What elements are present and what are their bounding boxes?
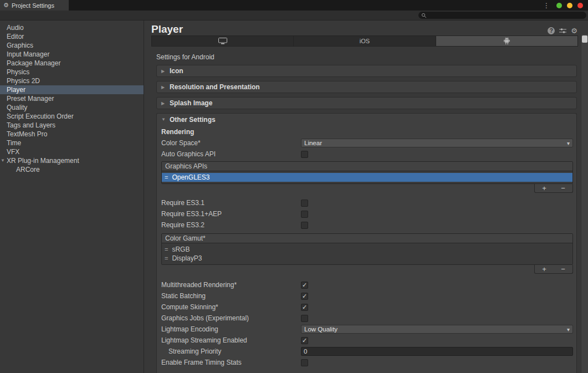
sidebar-item-input-manager[interactable]: Input Manager xyxy=(0,50,144,59)
section-icon[interactable]: Icon xyxy=(156,65,577,77)
sidebar-item-graphics[interactable]: Graphics xyxy=(0,41,144,50)
sidebar-item-editor[interactable]: Editor xyxy=(0,32,144,41)
scrollbar-thumb[interactable] xyxy=(582,35,587,43)
other-settings-header[interactable]: Other Settings xyxy=(157,114,576,125)
settings-gear-icon[interactable] xyxy=(571,27,577,35)
frame-timing-stats-checkbox[interactable] xyxy=(301,359,308,366)
sidebar-item-textmesh-pro[interactable]: TextMesh Pro xyxy=(0,130,144,139)
sidebar-item-time[interactable]: Time xyxy=(0,139,144,147)
list-item-label: DisplayP3 xyxy=(172,254,202,262)
sidebar-item-vfx[interactable]: VFX xyxy=(0,147,144,156)
foldout-closed-icon xyxy=(161,101,166,106)
graphics-jobs-checkbox[interactable] xyxy=(301,315,308,322)
section-title: Resolution and Presentation xyxy=(170,83,260,91)
help-icon[interactable] xyxy=(548,27,555,34)
sidebar-item-label: Preset Manager xyxy=(7,95,54,103)
add-button[interactable]: + xyxy=(535,265,554,273)
other-settings-rows: Rendering Color Space* Linear Auto Graph… xyxy=(157,125,576,373)
foldout-closed-icon xyxy=(161,85,166,90)
setting-label: Require ES3.2 xyxy=(161,221,301,229)
page-title: Player xyxy=(151,23,548,35)
sidebar-item-label: Graphics xyxy=(7,42,33,49)
tab-android[interactable] xyxy=(436,35,578,47)
remove-button[interactable]: − xyxy=(554,184,572,192)
search-input[interactable] xyxy=(418,12,586,19)
sidebar-item-label: Package Manager xyxy=(7,59,60,67)
lightmap-streaming-checkbox[interactable] xyxy=(301,337,308,344)
list-item-displayp3[interactable]: DisplayP3 xyxy=(162,254,572,263)
sidebar-item-quality[interactable]: Quality xyxy=(0,103,144,112)
presets-icon[interactable] xyxy=(559,28,566,34)
color-space-dropdown[interactable]: Linear xyxy=(301,139,573,147)
color-gamut-list-header: Color Gamut* xyxy=(162,234,572,243)
foldout-closed-icon xyxy=(161,69,166,74)
lightmap-encoding-dropdown[interactable]: Low Quality xyxy=(301,325,573,334)
settings-sidebar: Audio Editor Graphics Input Manager Pack… xyxy=(0,21,144,373)
setting-label: Streaming Priority xyxy=(161,348,301,355)
window-title: Project Settings xyxy=(12,2,54,9)
window-button-yellow[interactable] xyxy=(567,3,572,8)
static-batching-checkbox[interactable] xyxy=(301,293,308,300)
section-other-settings: Other Settings Rendering Color Space* Li… xyxy=(156,113,577,373)
kebab-menu-icon[interactable]: ⋮ xyxy=(543,2,550,9)
remove-button[interactable]: − xyxy=(554,265,572,273)
compute-skinning-checkbox[interactable] xyxy=(301,304,308,311)
require-es32-checkbox[interactable] xyxy=(301,222,308,229)
dropdown-value: Low Quality xyxy=(304,326,567,333)
tab-ios[interactable]: iOS xyxy=(294,35,436,47)
monitor-icon xyxy=(218,38,227,44)
sidebar-item-physics-2d[interactable]: Physics 2D xyxy=(0,76,144,85)
setting-label: Lightmap Streaming Enabled xyxy=(161,336,301,344)
graphics-apis-list-footer: + − xyxy=(161,184,573,193)
sidebar-item-player[interactable]: Player xyxy=(0,85,144,94)
sidebar-item-label: Player xyxy=(7,86,25,94)
graphics-apis-list-body: OpenGLES3 xyxy=(162,171,572,183)
setting-label: Require ES3.1+AEP xyxy=(161,210,301,218)
sidebar-item-package-manager[interactable]: Package Manager xyxy=(0,59,144,68)
list-header-label: Graphics APIs xyxy=(165,162,207,170)
sidebar-item-script-execution-order[interactable]: Script Execution Order xyxy=(0,112,144,121)
list-item-label: sRGB xyxy=(172,246,190,253)
setting-label: Color Space* xyxy=(161,139,301,147)
sidebar-item-physics[interactable]: Physics xyxy=(0,68,144,76)
sidebar-item-label: Quality xyxy=(7,104,27,111)
list-item-opengles3[interactable]: OpenGLES3 xyxy=(162,173,572,182)
color-gamut-list: Color Gamut* sRGB DisplayP3 xyxy=(161,233,573,274)
search-icon xyxy=(421,13,427,18)
chevron-down-icon xyxy=(567,140,570,146)
section-title: Splash Image xyxy=(170,99,212,107)
row-auto-graphics-api: Auto Graphics API xyxy=(161,149,573,160)
auto-graphics-api-checkbox[interactable] xyxy=(301,151,308,158)
tab-label: iOS xyxy=(360,38,370,44)
section-splash-image[interactable]: Splash Image xyxy=(156,97,577,109)
sidebar-item-audio[interactable]: Audio xyxy=(0,23,144,32)
drag-handle-icon[interactable] xyxy=(165,246,168,253)
window-tab-project-settings[interactable]: Project Settings xyxy=(0,0,69,11)
drag-handle-icon[interactable] xyxy=(165,173,168,181)
sidebar-item-preset-manager[interactable]: Preset Manager xyxy=(0,94,144,103)
sidebar-item-xr-plugin-management[interactable]: XR Plug-in Management xyxy=(0,156,144,165)
drag-handle-icon[interactable] xyxy=(165,254,168,262)
sidebar-item-label: TextMesh Pro xyxy=(7,130,47,138)
window-button-green[interactable] xyxy=(556,3,562,8)
window-button-close[interactable] xyxy=(577,3,583,8)
require-es31-aep-checkbox[interactable] xyxy=(301,211,308,218)
sidebar-item-tags-and-layers[interactable]: Tags and Layers xyxy=(0,121,144,130)
color-gamut-list-footer: + − xyxy=(161,265,573,274)
vertical-scrollbar[interactable] xyxy=(581,34,588,373)
setting-label: Graphics Jobs (Experimental) xyxy=(161,314,301,322)
foldout-open-icon xyxy=(161,117,166,122)
tab-standalone[interactable] xyxy=(151,35,294,47)
require-es31-checkbox[interactable] xyxy=(301,200,308,207)
row-lightmap-encoding: Lightmap Encoding Low Quality xyxy=(161,324,573,335)
row-multithreaded-rendering: Multithreaded Rendering* xyxy=(161,279,573,290)
streaming-priority-input[interactable]: 0 xyxy=(301,347,573,356)
section-resolution-and-presentation[interactable]: Resolution and Presentation xyxy=(156,81,577,93)
multithreaded-rendering-checkbox[interactable] xyxy=(301,282,308,289)
list-item-srgb[interactable]: sRGB xyxy=(162,245,572,254)
foldout-open-icon[interactable] xyxy=(1,156,5,165)
settings-for-label: Settings for Android xyxy=(156,53,581,61)
add-button[interactable]: + xyxy=(535,184,554,192)
sidebar-item-arcore[interactable]: ARCore xyxy=(0,165,144,174)
titlebar: Project Settings ⋮ xyxy=(0,0,588,11)
